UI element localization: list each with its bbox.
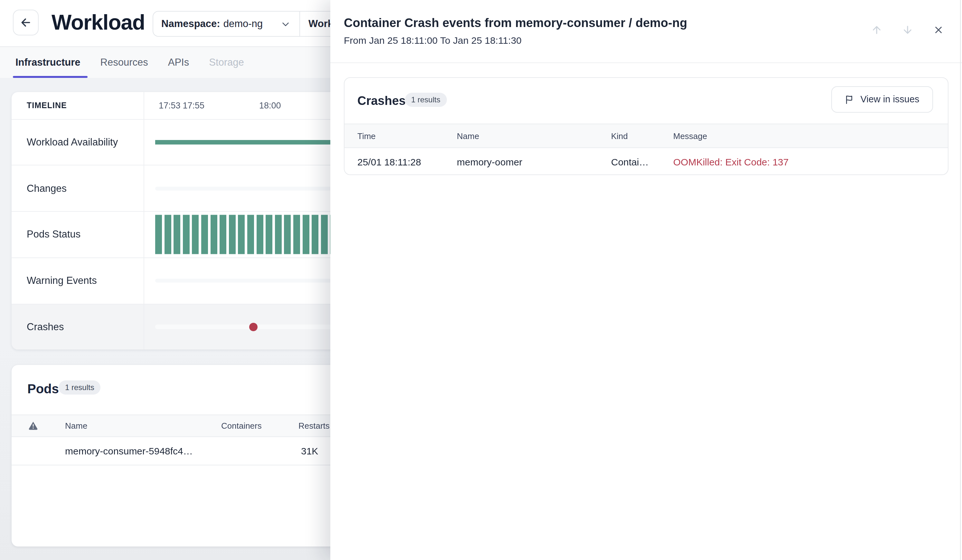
tab-storage[interactable]: Storage	[209, 56, 244, 68]
next-event-button[interactable]	[898, 21, 916, 39]
pods-col-containers[interactable]: Containers	[221, 421, 299, 430]
flag-icon	[844, 94, 854, 105]
row-label: Crashes	[27, 321, 64, 332]
tab-resources[interactable]: Resources	[100, 56, 148, 68]
crash-col-name[interactable]: Name	[457, 131, 611, 140]
row-label: Warning Events	[27, 275, 97, 286]
drawer-header: Container Crash events from memory-consu…	[330, 0, 962, 63]
close-drawer-button[interactable]	[929, 21, 947, 39]
crashes-card-title: Crashes	[357, 94, 406, 108]
namespace-dropdown-text: Namespace:demo-ng	[161, 18, 263, 30]
row-label: Changes	[27, 182, 67, 194]
timeline-heading: TIMELINE	[27, 101, 67, 110]
tab-infrastructure[interactable]: Infrastructure	[15, 56, 81, 68]
crash-col-kind[interactable]: Kind	[611, 131, 673, 140]
axis-tick: 17:53	[159, 101, 181, 110]
workload-dropdown-text: Work	[308, 18, 333, 30]
arrow-left-icon	[19, 16, 32, 29]
screen: Workload Namespace:demo-ng Work Infrastr…	[0, 0, 962, 560]
crash-event-dot[interactable]	[249, 323, 258, 331]
crash-message: OOMKilled: Exit Code: 137	[673, 156, 948, 167]
crashes-card: Crashes 1 results View in issues Time	[344, 77, 949, 175]
arrow-down-icon	[901, 24, 914, 36]
tab-apis[interactable]: APIs	[168, 56, 189, 68]
crash-event-row[interactable]: 25/01 18:11:28 memory-oomer Contai… OOMK…	[344, 148, 948, 175]
pods-title: Pods	[27, 381, 59, 396]
crashes-count-badge: 1 results	[405, 93, 447, 107]
page-title: Workload	[52, 10, 145, 35]
drawer-time-range: From Jan 25 18:11:00 To Jan 25 18:11:30	[344, 35, 521, 46]
namespace-value: demo-ng	[223, 18, 263, 29]
drawer-body: Crashes 1 results View in issues Time	[330, 63, 962, 560]
arrow-up-icon	[870, 24, 883, 36]
pods-col-name[interactable]: Name	[65, 421, 221, 430]
row-label: Workload Availability	[27, 136, 118, 148]
crash-name: memory-oomer	[457, 156, 611, 167]
chevron-down-icon	[280, 18, 291, 29]
axis-tick: 18:00	[259, 101, 281, 110]
view-in-issues-label: View in issues	[860, 94, 919, 105]
namespace-dropdown[interactable]: Namespace:demo-ng	[153, 11, 299, 36]
crash-col-message[interactable]: Message	[673, 131, 948, 140]
previous-event-button[interactable]	[867, 21, 885, 39]
view-in-issues-button[interactable]: View in issues	[831, 86, 933, 113]
crash-events-drawer: Container Crash events from memory-consu…	[330, 0, 962, 560]
row-label: Pods Status	[27, 229, 81, 240]
namespace-label: Namespace:	[161, 18, 220, 29]
back-button[interactable]	[13, 9, 39, 35]
pods-count-badge: 1 results	[58, 380, 101, 394]
pod-name[interactable]: memory-consumer-5948fc4…	[65, 445, 221, 456]
close-icon	[933, 24, 944, 36]
crash-col-time[interactable]: Time	[357, 131, 457, 140]
warning-triangle-icon	[11, 421, 65, 430]
drawer-title: Container Crash events from memory-consu…	[344, 16, 687, 30]
crashes-table-header: Time Name Kind Message	[344, 124, 948, 148]
axis-tick: 17:55	[182, 101, 205, 110]
crash-kind: Contai…	[611, 156, 673, 167]
crash-time: 25/01 18:11:28	[357, 156, 457, 167]
